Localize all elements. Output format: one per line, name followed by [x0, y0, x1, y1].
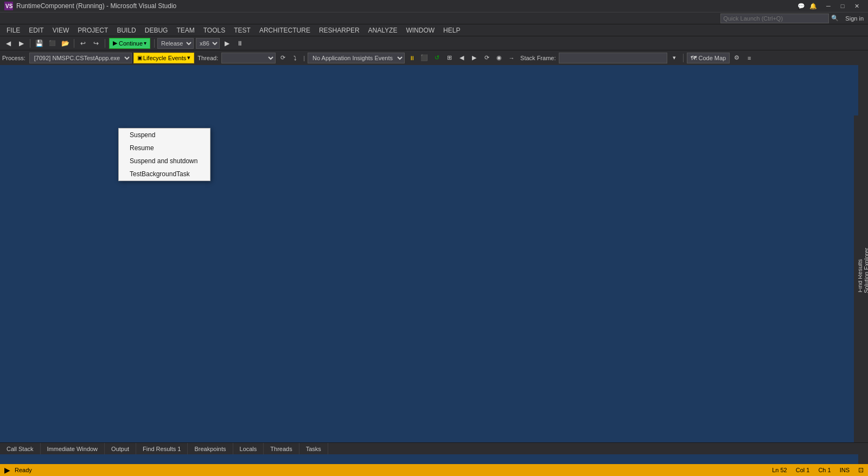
lifecycle-label: Lifecycle Events [143, 55, 186, 61]
extra-btn[interactable]: ≡ [744, 53, 755, 63]
toolbar-btn-2[interactable]: ⏸ [234, 37, 246, 49]
save-button[interactable]: 💾 [33, 37, 45, 49]
platform-dropdown[interactable]: x86 [196, 38, 220, 49]
status-resize-icon: ⊡ [858, 466, 864, 474]
lifecycle-icon: ▣ [137, 55, 142, 61]
menu-tools[interactable]: TOOLS [199, 24, 229, 36]
lifecycle-dropdown-menu: Suspend Resume Suspend and shutdown Test… [118, 128, 210, 181]
tab-find-results-1[interactable]: Find Results 1 [136, 443, 188, 454]
toolbar-separator-2 [74, 39, 74, 48]
menu-analyze[interactable]: ANALYZE [364, 24, 402, 36]
scroll-indicator[interactable] [854, 115, 858, 442]
open-file-button[interactable]: 📂 [59, 37, 71, 49]
insights-separator: | [303, 55, 305, 61]
dropdown-item-suspend-shutdown[interactable]: Suspend and shutdown [119, 155, 210, 168]
process-dropdown[interactable]: [7092] NMSPC.CSTestAppp.exe [29, 53, 132, 63]
lifecycle-events-container: ▣ Lifecycle Events ▾ [133, 53, 194, 63]
toolbar-separator-3 [105, 39, 105, 48]
menu-team[interactable]: TEAM [172, 24, 199, 36]
solution-explorer-panel[interactable]: Solution Explorer [863, 246, 868, 295]
minimize-button[interactable]: ─ [821, 0, 835, 12]
step-filter-btn[interactable]: ⟳ [277, 53, 288, 63]
stop-btn[interactable]: ⬛ [419, 53, 430, 63]
stack-frame-dropdown-btn[interactable]: ▾ [669, 53, 680, 63]
status-icon: ▶ [4, 466, 10, 474]
bottom-tabs-bar: Call Stack Immediate Window Output Find … [0, 442, 868, 454]
maximize-button[interactable]: □ [835, 0, 850, 12]
menu-help[interactable]: HELP [439, 24, 464, 36]
undo-button[interactable]: ↩ [77, 37, 89, 49]
bookmark-btn[interactable]: ◉ [494, 53, 505, 63]
tab-tasks[interactable]: Tasks [299, 443, 328, 454]
debug-toolbar: Process: [7092] NMSPC.CSTestAppp.exe ▣ L… [0, 50, 868, 65]
thread-dropdown[interactable] [221, 53, 276, 63]
lifecycle-events-button[interactable]: ▣ Lifecycle Events ▾ [133, 53, 194, 63]
menu-debug[interactable]: DEBUG [141, 24, 173, 36]
pause-btn[interactable]: ⏸ [406, 53, 417, 63]
menu-view[interactable]: VIEW [48, 24, 74, 36]
restart-btn[interactable]: ↺ [431, 53, 442, 63]
dropdown-item-testbgtask[interactable]: TestBackgroundTask [119, 168, 210, 181]
close-button[interactable]: ✕ [850, 0, 864, 12]
sign-in-link[interactable]: Sign in [845, 15, 864, 22]
continue-dropdown-icon[interactable]: ▾ [144, 40, 146, 46]
menu-window[interactable]: WINDOW [401, 24, 439, 36]
quick-launch-input[interactable] [720, 14, 829, 23]
dropdown-item-resume[interactable]: Resume [119, 141, 210, 155]
feedback-icon[interactable]: 💬 [797, 3, 805, 10]
thread-label: Thread: [197, 55, 218, 61]
config-dropdown[interactable]: Release [157, 38, 194, 49]
notifications-icon[interactable]: 🔔 [809, 3, 817, 10]
content-area: Suspend Resume Suspend and shutdown Test… [0, 65, 868, 476]
status-left: ▶ Ready [4, 466, 32, 474]
search-icon: 🔍 [831, 15, 839, 22]
refresh-btn[interactable]: ⟳ [481, 53, 492, 63]
menu-test[interactable]: TEST [229, 24, 255, 36]
app-container: VS RuntimeComponent (Running) - Microsof… [0, 0, 868, 476]
tab-output[interactable]: Output [105, 443, 136, 454]
toolbar-separator-4 [154, 39, 155, 48]
stack-frame-input[interactable] [559, 53, 667, 63]
gear-btn[interactable]: ⚙ [731, 53, 742, 63]
quick-launch-bar: 🔍 Sign in [0, 12, 868, 24]
toolbar-separator-1 [30, 39, 30, 48]
code-map-label: Code Map [698, 55, 726, 61]
stack-frame-label: Stack Frame: [520, 55, 556, 61]
tab-breakpoints[interactable]: Breakpoints [188, 443, 233, 454]
status-bar: ▶ Ready Ln 52 Col 1 Ch 1 INS ⊡ [0, 464, 868, 476]
tab-immediate-window[interactable]: Immediate Window [41, 443, 105, 454]
tab-call-stack[interactable]: Call Stack [0, 443, 41, 454]
arrow-btn[interactable]: → [506, 53, 517, 63]
right-side-panel: Solution Explorer Find Results [858, 65, 868, 476]
forward-button[interactable]: ▶ [15, 37, 27, 49]
dropdown-item-suspend[interactable]: Suspend [119, 128, 210, 141]
menu-resharper[interactable]: RESHARPER [315, 24, 364, 36]
toolbar-btn-1[interactable]: ▶ [221, 37, 233, 49]
status-ready-text: Ready [15, 467, 32, 473]
menu-build[interactable]: BUILD [112, 24, 140, 36]
status-ch: Ch 1 [818, 467, 831, 473]
step-back-btn[interactable]: ◀ [456, 53, 467, 63]
back-button[interactable]: ◀ [2, 37, 14, 49]
step-fwd-btn[interactable]: ▶ [469, 53, 480, 63]
menu-file[interactable]: FILE [2, 24, 24, 36]
tab-threads[interactable]: Threads [264, 443, 299, 454]
tab-locals[interactable]: Locals [233, 443, 264, 454]
main-toolbar: ◀ ▶ 💾 ⬛ 📂 ↩ ↪ ▶ Continue ▾ Release x86 ▶… [0, 36, 868, 50]
save-all-button[interactable]: ⬛ [46, 37, 58, 49]
insights-dropdown[interactable]: No Application Insights Events [308, 53, 405, 63]
redo-button[interactable]: ↪ [90, 37, 102, 49]
show-threads-btn[interactable]: ⊞ [444, 53, 455, 63]
menu-project[interactable]: PROJECT [73, 24, 112, 36]
continue-button[interactable]: ▶ Continue ▾ [109, 38, 150, 49]
menu-bar: FILE EDIT VIEW PROJECT BUILD DEBUG TEAM … [0, 24, 868, 36]
code-map-icon: 🗺 [691, 55, 697, 61]
code-map-button[interactable]: 🗺 Code Map [687, 53, 730, 63]
process-label: Process: [2, 55, 25, 61]
svg-text:VS: VS [5, 3, 13, 9]
menu-edit[interactable]: EDIT [24, 24, 48, 36]
title-bar: VS RuntimeComponent (Running) - Microsof… [0, 0, 868, 12]
menu-architecture[interactable]: ARCHITECTURE [255, 24, 315, 36]
continue-label: Continue [119, 40, 143, 47]
step-over-btn[interactable]: ⤵ [290, 53, 301, 63]
